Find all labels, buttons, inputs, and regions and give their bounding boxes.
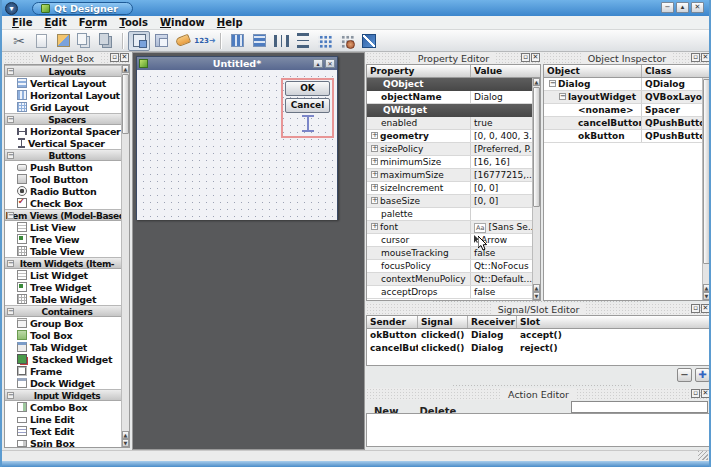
object-inspector-close-button[interactable]: ✕ — [701, 53, 710, 62]
widget-box-item[interactable]: List Widget — [5, 269, 129, 281]
property-value[interactable]: [0, 0] — [471, 195, 540, 207]
column-header[interactable]: Signal — [418, 316, 468, 328]
property-value[interactable]: false — [471, 286, 540, 298]
menu-window[interactable]: Window — [154, 17, 211, 28]
collapse-icon[interactable]: − — [7, 212, 14, 219]
object-inspector-scrollbar[interactable]: ▲ ▼ — [702, 78, 710, 300]
property-row[interactable]: +sizeIncrement[0, 0] — [367, 182, 540, 195]
property-row[interactable]: enabledtrue — [367, 117, 540, 130]
break-toolbar-button[interactable] — [336, 31, 358, 51]
action-filter-input[interactable] — [571, 401, 708, 413]
collapse-icon[interactable]: − — [7, 392, 14, 399]
lh-toolbar-button[interactable] — [226, 31, 248, 51]
column-header[interactable]: Sender — [367, 316, 418, 328]
property-value[interactable]: [0, 0, 400, 3... — [471, 130, 540, 142]
action-editor-float-button[interactable]: ▫ — [691, 389, 700, 398]
widget-box-item[interactable]: Tab Widget — [5, 341, 129, 353]
object-inspector-titlebar[interactable]: Object Inspector ▫ ✕ — [543, 52, 711, 64]
property-row[interactable]: contextMenuPolicyQt::Default... — [367, 273, 540, 286]
object-inspector-row[interactable]: −layoutWidgetQVBoxLayout — [544, 91, 710, 104]
expand-icon[interactable]: + — [371, 171, 378, 178]
expand-icon[interactable]: + — [371, 184, 378, 191]
widget-box-item[interactable]: Push Button — [5, 161, 129, 173]
widget-box-item[interactable]: Tree Widget — [5, 281, 129, 293]
property-value[interactable]: Qt::NoFocus — [471, 260, 540, 272]
column-header[interactable]: Slot — [517, 316, 710, 328]
page-toolbar-button[interactable] — [30, 31, 52, 51]
window-menu-button[interactable]: ▾ — [5, 2, 18, 15]
widget-box-item[interactable]: Tool Button — [5, 173, 129, 185]
widget-box-section-buttons[interactable]: −Buttons — [5, 149, 129, 161]
close-button[interactable]: ✕ — [691, 2, 704, 13]
property-value[interactable]: true — [471, 117, 540, 129]
widgets-toolbar-button[interactable] — [128, 31, 150, 51]
scroll-up-icon[interactable]: ▲ — [122, 431, 129, 439]
column-header[interactable]: Property — [367, 65, 471, 77]
sv-toolbar-button[interactable] — [292, 31, 314, 51]
menu-edit[interactable]: Edit — [38, 17, 72, 28]
ok-button[interactable]: OK — [285, 81, 330, 96]
collapse-icon[interactable]: − — [7, 68, 14, 75]
expand-icon[interactable]: + — [371, 145, 378, 152]
scroll-up-icon[interactable]: ▲ — [703, 284, 710, 292]
object-inspector-row[interactable]: cancelButtonQPushButton — [544, 117, 710, 130]
widget-box-item[interactable]: Tree View — [5, 233, 129, 245]
remove-connection-button[interactable]: − — [677, 368, 692, 382]
collapse-icon[interactable]: − — [7, 152, 14, 159]
selected-layout[interactable]: OK Cancel — [281, 78, 334, 138]
scroll-up-icon[interactable]: ▲ — [533, 284, 540, 292]
paste-toolbar-button[interactable] — [52, 31, 74, 51]
widget-box-item[interactable]: List View — [5, 221, 129, 233]
sh-toolbar-button[interactable] — [270, 31, 292, 51]
widget-box-close-button[interactable]: ✕ — [120, 53, 129, 62]
widget-box-item[interactable]: Stacked Widget — [5, 353, 129, 365]
action-editor-close-button[interactable]: ✕ — [701, 389, 710, 398]
widget-box-item[interactable]: Check Box — [5, 197, 129, 209]
widget-box-item[interactable]: Table Widget — [5, 293, 129, 305]
form-titlebar[interactable]: Untitled* ▴ ✕ — [137, 57, 337, 70]
property-row[interactable]: +minimumSize[16, 16] — [367, 156, 540, 169]
property-row[interactable]: +fontAa[Sans Se... — [367, 221, 540, 234]
column-header[interactable]: Receiver — [468, 316, 517, 328]
widget-box-item[interactable]: Frame — [5, 365, 129, 377]
expand-icon[interactable]: + — [371, 158, 378, 165]
widget-box-section-item[interactable]: −Item Views (Model-Based) — [5, 209, 129, 221]
widget-box-float-button[interactable]: ▫ — [110, 53, 119, 62]
property-value[interactable]: [Preferred, P... — [471, 143, 540, 155]
object-inspector-row[interactable]: okButtonQPushButton — [544, 130, 710, 143]
property-row[interactable]: objectNameDialog — [367, 91, 540, 104]
column-header[interactable]: Value — [471, 65, 540, 77]
maximize-button[interactable]: ▴ — [676, 2, 689, 13]
column-header[interactable]: Object — [544, 65, 642, 77]
vertical-spacer[interactable] — [301, 115, 315, 132]
signal-slot-close-button[interactable]: ✕ — [701, 304, 710, 313]
object-inspector-row[interactable]: −DialogQDialog — [544, 78, 710, 91]
widget-box-item[interactable]: Horizontal Layout — [5, 89, 129, 101]
property-row[interactable]: +sizePolicy[Preferred, P... — [367, 143, 540, 156]
property-group-header[interactable]: QObject — [367, 78, 540, 91]
cancel-button[interactable]: Cancel — [285, 98, 330, 113]
form-shade-button[interactable]: ▴ — [313, 59, 323, 68]
window-titlebar[interactable]: ▾ Qt Designer − ▴ ✕ — [2, 0, 709, 16]
property-value[interactable]: [0, 0] — [471, 182, 540, 194]
widget-box-item[interactable]: Spin Box — [5, 437, 129, 448]
scroll-up-icon[interactable]: ▲ — [533, 78, 540, 86]
menu-form[interactable]: Form — [73, 17, 114, 28]
property-editor-float-button[interactable]: ▫ — [521, 53, 530, 62]
form-canvas[interactable]: OK Cancel — [137, 70, 337, 220]
lv-toolbar-button[interactable] — [248, 31, 270, 51]
property-row[interactable]: cursorArrow — [367, 234, 540, 247]
object-inspector-float-button[interactable]: ▫ — [691, 53, 700, 62]
property-editor-scrollbar[interactable]: ▲ ▲ ▼ — [532, 78, 540, 300]
scroll-thumb[interactable] — [703, 79, 710, 264]
property-value[interactable]: Qt::Default... — [471, 273, 540, 285]
signal-slot-titlebar[interactable]: Signal/Slot Editor ▫ ✕ — [366, 303, 711, 315]
add-connection-button[interactable]: ✚ — [695, 368, 710, 382]
widget-box-item[interactable]: Dock Widget — [5, 377, 129, 389]
property-row[interactable]: +geometry[0, 0, 400, 3... — [367, 130, 540, 143]
widget-box-section-layouts[interactable]: −Layouts — [5, 65, 129, 77]
column-header[interactable]: Class — [642, 65, 710, 77]
widget-box-item[interactable]: Grid Layout — [5, 101, 129, 113]
form-close-button[interactable]: ✕ — [325, 59, 335, 68]
property-row[interactable]: palette — [367, 208, 540, 221]
